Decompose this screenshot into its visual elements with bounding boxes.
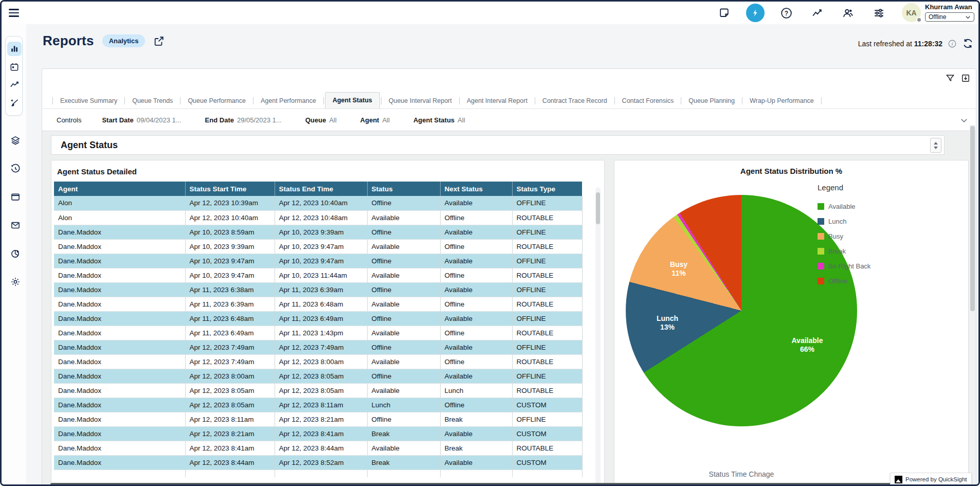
- external-link-icon[interactable]: [153, 35, 165, 47]
- tab-contract-trace-record[interactable]: Contract Trace Record: [536, 94, 613, 109]
- tab-executive-summary[interactable]: Executive Summary: [54, 94, 123, 109]
- table-scrollbar-thumb[interactable]: [596, 192, 600, 224]
- task-note-icon[interactable]: [715, 4, 734, 22]
- calendar-icon: [9, 62, 20, 72]
- paint-brush-icon: [9, 98, 20, 108]
- column-header[interactable]: Status Start Time: [185, 182, 275, 196]
- page-title: Reports: [43, 33, 94, 49]
- metrics-icon[interactable]: [808, 4, 826, 22]
- main-content: Reports Analytics Last refreshed at 11:2…: [26, 24, 980, 486]
- agent-status-select[interactable]: Offline: [925, 12, 974, 22]
- table-row[interactable]: Dane.MaddoxApr 12, 2023 8:05amApr 12, 20…: [54, 398, 582, 412]
- column-header[interactable]: Next Status: [440, 182, 512, 196]
- table-row[interactable]: Dane.MaddoxApr 12, 2023 8:41amApr 12, 20…: [54, 441, 582, 455]
- sidebar-item-design[interactable]: [7, 96, 22, 110]
- table-row-partial[interactable]: [54, 470, 582, 477]
- table-row[interactable]: Dane.MaddoxApr 12, 2023 8:05amApr 12, 20…: [54, 383, 582, 398]
- sidebar-item-schedule[interactable]: [7, 60, 22, 74]
- table-row[interactable]: Dane.MaddoxApr 12, 2023 8:00amApr 12, 20…: [54, 369, 582, 383]
- table-row[interactable]: Dane.MaddoxApr 10, 2023 9:39amApr 10, 20…: [54, 239, 582, 254]
- refresh-icon[interactable]: [962, 38, 974, 49]
- chevron-down-icon: [965, 14, 971, 20]
- gear-icon: [10, 277, 21, 287]
- tab-divider: [381, 97, 382, 104]
- table-row[interactable]: Dane.MaddoxApr 12, 2023 7:49amApr 12, 20…: [54, 340, 582, 354]
- controls-expand-chevron-icon[interactable]: [959, 116, 969, 125]
- filter-agent-status[interactable]: Agent StatusAll: [413, 116, 465, 124]
- top-bar: ? KA: [2, 2, 978, 24]
- legend-label: Break: [828, 247, 846, 255]
- tab-queue-trends[interactable]: Queue Trends: [126, 94, 179, 109]
- tab-divider: [535, 97, 535, 104]
- preferences-sliders-icon[interactable]: [869, 4, 888, 22]
- table-row[interactable]: Dane.MaddoxApr 11, 2023 6:49amApr 11, 20…: [54, 326, 582, 340]
- svg-text:?: ?: [784, 9, 788, 16]
- sheet-stepper[interactable]: [930, 138, 941, 153]
- sidebar-item-window[interactable]: [8, 190, 23, 204]
- legend-item-offline[interactable]: Offline: [818, 274, 870, 289]
- column-header[interactable]: Agent: [54, 182, 185, 196]
- sidebar-item-reports[interactable]: [7, 42, 22, 56]
- filter-agent[interactable]: AgentAll: [360, 116, 390, 124]
- column-header[interactable]: Status End Time: [275, 182, 367, 196]
- sidebar-item-settings[interactable]: [8, 275, 23, 289]
- table-row[interactable]: Dane.MaddoxApr 10, 2023 9:47amApr 10, 20…: [54, 268, 582, 282]
- legend-swatch: [818, 233, 824, 240]
- filter-queue[interactable]: QueueAll: [305, 116, 337, 124]
- legend-item-busy[interactable]: Busy: [818, 229, 870, 244]
- sidebar-item-layers[interactable]: [8, 133, 23, 148]
- tab-agent-status[interactable]: Agent Status: [325, 92, 380, 109]
- mail-icon: [10, 220, 21, 230]
- table-row[interactable]: Dane.MaddoxApr 12, 2023 8:21amApr 12, 20…: [54, 426, 582, 441]
- column-header[interactable]: Status Type: [512, 182, 582, 196]
- table-row[interactable]: Dane.MaddoxApr 12, 2023 8:44amApr 12, 20…: [54, 455, 582, 470]
- hamburger-menu-icon[interactable]: [9, 9, 19, 17]
- tab-contact-forensics[interactable]: Contact Forensics: [616, 94, 680, 109]
- sidebar-item-analytics-pie[interactable]: [8, 246, 23, 261]
- column-header[interactable]: Status: [367, 182, 440, 196]
- app-window: ? KA: [0, 0, 980, 486]
- browser-window-icon: [10, 192, 21, 202]
- table-row[interactable]: AlonApr 12, 2023 10:39amApr 12, 2023 10:…: [54, 196, 582, 210]
- legend-label: Be Right Back: [828, 262, 870, 270]
- table-row[interactable]: AlonApr 12, 2023 10:40amApr 12, 2023 10:…: [54, 210, 582, 225]
- tab-queue-planning[interactable]: Queue Planning: [682, 94, 741, 109]
- help-icon[interactable]: ?: [777, 4, 795, 22]
- filter-end-date[interactable]: End Date29/05/2023 1...: [205, 116, 282, 124]
- sidebar-item-history[interactable]: [8, 161, 23, 176]
- table-row[interactable]: Dane.MaddoxApr 10, 2023 9:47amApr 10, 20…: [54, 254, 582, 268]
- layers-icon: [10, 135, 21, 146]
- legend-item-available[interactable]: Available: [818, 199, 870, 214]
- agents-icon[interactable]: [839, 4, 857, 22]
- tab-queue-performance[interactable]: Queue Performance: [182, 94, 252, 109]
- table-row[interactable]: Dane.MaddoxApr 12, 2023 7:49amApr 12, 20…: [54, 354, 582, 369]
- tab-agent-performance[interactable]: Agent Performance: [255, 94, 322, 109]
- boost-lightning-icon[interactable]: [746, 4, 765, 22]
- tab-queue-interval-report[interactable]: Queue Interval Report: [383, 94, 458, 109]
- table-row[interactable]: Dane.MaddoxApr 10, 2023 8:59amApr 10, 20…: [54, 225, 582, 239]
- page-scrollbar-thumb[interactable]: [970, 126, 975, 311]
- download-icon[interactable]: [960, 73, 971, 83]
- tab-divider: [253, 97, 253, 104]
- filter-icon[interactable]: [945, 73, 955, 83]
- legend-item-lunch[interactable]: Lunch: [818, 214, 870, 229]
- table-row[interactable]: Dane.MaddoxApr 12, 2023 8:11amApr 12, 20…: [54, 412, 582, 426]
- legend-item-be-right-back[interactable]: Be Right Back: [818, 259, 870, 274]
- tab-divider: [124, 97, 125, 104]
- analytics-badge: Analytics: [102, 34, 146, 47]
- horizontal-scrollbar-thumb[interactable]: [50, 483, 967, 486]
- legend-item-break[interactable]: Break: [818, 244, 870, 259]
- table-title: Agent Status Detailed: [51, 160, 604, 182]
- info-icon[interactable]: i: [948, 39, 957, 48]
- table-row[interactable]: Dane.MaddoxApr 11, 2023 6:39amApr 11, 20…: [54, 297, 582, 311]
- filter-start-date[interactable]: Start Date09/04/2023 1...: [102, 116, 181, 124]
- table-row[interactable]: Dane.MaddoxApr 11, 2023 6:38amApr 11, 20…: [54, 282, 582, 297]
- user-box: KA Khurram Awan Offline: [902, 3, 974, 22]
- controls-bar: Controls Start Date09/04/2023 1...End Da…: [42, 110, 976, 131]
- tab-agent-interval-report[interactable]: Agent Interval Report: [461, 94, 534, 109]
- sidebar-item-trends[interactable]: [7, 78, 22, 92]
- tab-wrap-up-performance[interactable]: Wrap-Up Performance: [743, 94, 820, 109]
- sidebar-item-mail[interactable]: [8, 218, 23, 232]
- table-row[interactable]: Dane.MaddoxApr 11, 2023 6:48amApr 11, 20…: [54, 311, 582, 326]
- avatar[interactable]: KA: [902, 3, 921, 22]
